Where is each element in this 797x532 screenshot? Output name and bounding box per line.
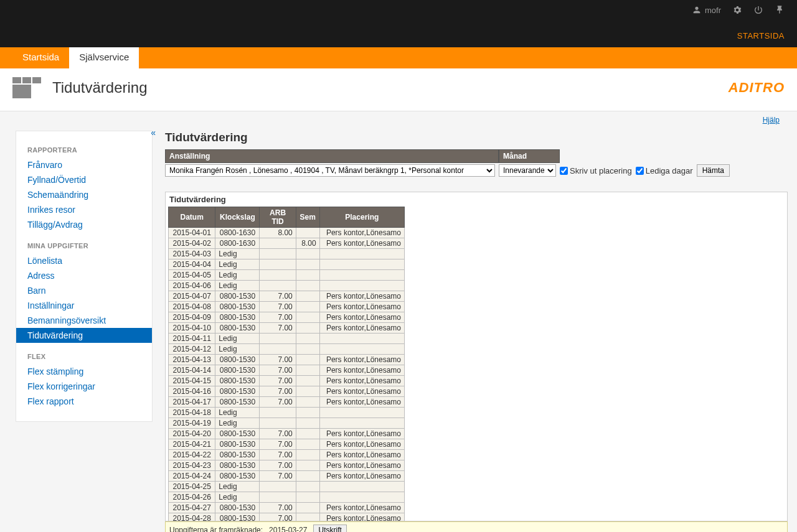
cell-datum: 2015-04-16 — [169, 386, 215, 397]
sidebar-group-rapportera: RAPPORTERA — [16, 141, 152, 157]
cell-placering: Pers kontor,Lönesamo — [319, 365, 404, 376]
sidebar-group-mina: MINA UPPGIFTER — [16, 237, 152, 253]
startsida-link[interactable]: STARTSIDA — [737, 31, 785, 40]
checkbox-lediga-label[interactable]: Lediga dagar — [636, 166, 693, 175]
col-placering: Placering — [319, 207, 404, 228]
table-row: 2015-04-090800-15307.00Pers kontor,Lönes… — [169, 312, 405, 323]
cell-placering: Pers kontor,Lönesamo — [319, 386, 404, 397]
sidebar-item-fyllnad[interactable]: Fyllnad/Övertid — [16, 172, 152, 187]
cell-arbtid: 7.00 — [260, 439, 296, 450]
table-row: 2015-04-11Ledig — [169, 334, 405, 344]
cell-placering: Pers kontor,Lönesamo — [319, 302, 404, 312]
collapse-sidebar-icon[interactable]: « — [151, 128, 156, 138]
table-scroll[interactable]: Tidutvärdering Datum Klockslag ARB TID S… — [165, 192, 788, 521]
cell-klockslag: 0800-1530 — [215, 323, 260, 334]
table-row: 2015-04-070800-15307.00Pers kontor,Lönes… — [169, 291, 405, 302]
select-manad[interactable]: Innevarande — [499, 164, 556, 177]
navbar: Startsida Självservice — [0, 47, 797, 68]
cell-placering — [319, 259, 404, 270]
cell-klockslag: 0800-1530 — [215, 291, 260, 302]
tab-sjalvservice[interactable]: Självservice — [69, 47, 139, 68]
col-arbtid: ARB TID — [260, 207, 296, 228]
user-icon — [692, 5, 702, 15]
cell-arbtid — [260, 492, 296, 503]
cell-sem — [296, 259, 319, 270]
cell-arbtid: 7.00 — [260, 355, 296, 365]
cell-datum: 2015-04-28 — [169, 513, 215, 522]
cell-placering: Pers kontor,Lönesamo — [319, 376, 404, 386]
sidebar-item-adress[interactable]: Adress — [16, 268, 152, 283]
table-row: 2015-04-06Ledig — [169, 281, 405, 291]
cell-placering — [319, 270, 404, 281]
cell-datum: 2015-04-08 — [169, 302, 215, 312]
cell-datum: 2015-04-22 — [169, 450, 215, 460]
sidebar-item-flex-stampling[interactable]: Flex stämpling — [16, 364, 152, 379]
cell-klockslag: 0800-1530 — [215, 439, 260, 450]
gear-icon[interactable] — [732, 5, 742, 15]
cell-datum: 2015-04-17 — [169, 397, 215, 408]
cell-placering: Pers kontor,Lönesamo — [319, 291, 404, 302]
sidebar-item-tillagg[interactable]: Tillägg/Avdrag — [16, 217, 152, 232]
cell-sem — [296, 228, 319, 238]
pin-icon[interactable] — [775, 5, 785, 15]
cell-sem — [296, 503, 319, 513]
cell-sem — [296, 471, 319, 482]
cell-klockslag: Ledig — [215, 344, 260, 355]
cell-placering — [319, 281, 404, 291]
cell-datum: 2015-04-19 — [169, 418, 215, 429]
table-row: 2015-04-130800-15307.00Pers kontor,Lönes… — [169, 355, 405, 365]
sidebar-item-bemanning[interactable]: Bemanningsöversikt — [16, 313, 152, 328]
sidebar-item-schema[interactable]: Schemaändring — [16, 187, 152, 202]
cell-klockslag: Ledig — [215, 249, 260, 259]
cell-placering — [319, 344, 404, 355]
footer-label: Uppgifterna är framräknade: — [169, 526, 263, 532]
cell-placering — [319, 408, 404, 418]
cell-datum: 2015-04-15 — [169, 376, 215, 386]
print-button[interactable]: Utskrift — [313, 525, 346, 532]
cell-placering: Pers kontor,Lönesamo — [319, 450, 404, 460]
cell-klockslag: Ledig — [215, 482, 260, 492]
table-row: 2015-04-25Ledig — [169, 482, 405, 492]
cell-arbtid — [260, 238, 296, 249]
select-anstallning[interactable]: Monika Frangén Rosén , Lönesamo , 401904… — [165, 164, 495, 177]
col-datum: Datum — [169, 207, 215, 228]
fetch-button[interactable]: Hämta — [697, 164, 730, 177]
checkbox-lediga[interactable] — [636, 167, 644, 175]
help-link[interactable]: Hjälp — [763, 116, 780, 124]
cell-datum: 2015-04-01 — [169, 228, 215, 238]
sidebar-item-inrikes[interactable]: Inrikes resor — [16, 202, 152, 217]
sidebar-item-flex-rapport[interactable]: Flex rapport — [16, 394, 152, 409]
cell-placering: Pers kontor,Lönesamo — [319, 238, 404, 249]
cell-arbtid — [260, 482, 296, 492]
table-row: 2015-04-03Ledig — [169, 249, 405, 259]
cell-placering: Pers kontor,Lönesamo — [319, 471, 404, 482]
cell-arbtid: 7.00 — [260, 503, 296, 513]
cell-placering: Pers kontor,Lönesamo — [319, 228, 404, 238]
sidebar-item-installningar[interactable]: Inställningar — [16, 298, 152, 313]
cell-klockslag: 0800-1530 — [215, 376, 260, 386]
table-row: 2015-04-150800-15307.00Pers kontor,Lönes… — [169, 376, 405, 386]
sidebar-item-barn[interactable]: Barn — [16, 283, 152, 298]
table-row: 2015-04-270800-15307.00Pers kontor,Lönes… — [169, 503, 405, 513]
checkbox-placering[interactable] — [560, 167, 568, 175]
footer-bar: Uppgifterna är framräknade: 2015-03-27 U… — [165, 521, 788, 532]
cell-datum: 2015-04-11 — [169, 334, 215, 344]
sidebar-item-franvaro[interactable]: Frånvaro — [16, 157, 152, 172]
sidebar-item-tidutvardering[interactable]: Tidutvärdering — [16, 328, 152, 343]
cell-sem — [296, 482, 319, 492]
cell-sem — [296, 291, 319, 302]
cell-sem — [296, 408, 319, 418]
checkbox-placering-label[interactable]: Skriv ut placering — [560, 166, 632, 175]
tab-startsida[interactable]: Startsida — [12, 47, 69, 68]
table-row: 2015-04-26Ledig — [169, 492, 405, 503]
cell-klockslag: 0800-1530 — [215, 450, 260, 460]
power-icon[interactable] — [753, 5, 763, 15]
cell-arbtid — [260, 344, 296, 355]
sidebar-group-flex: FLEX — [16, 348, 152, 364]
sidebar-item-flex-korr[interactable]: Flex korrigeringar — [16, 379, 152, 394]
sidebar-item-lonelista[interactable]: Lönelista — [16, 253, 152, 268]
user-name: mofr — [705, 6, 721, 15]
table-row: 2015-04-240800-15307.00Pers kontor,Lönes… — [169, 471, 405, 482]
cell-sem — [296, 439, 319, 450]
cell-arbtid: 7.00 — [260, 397, 296, 408]
